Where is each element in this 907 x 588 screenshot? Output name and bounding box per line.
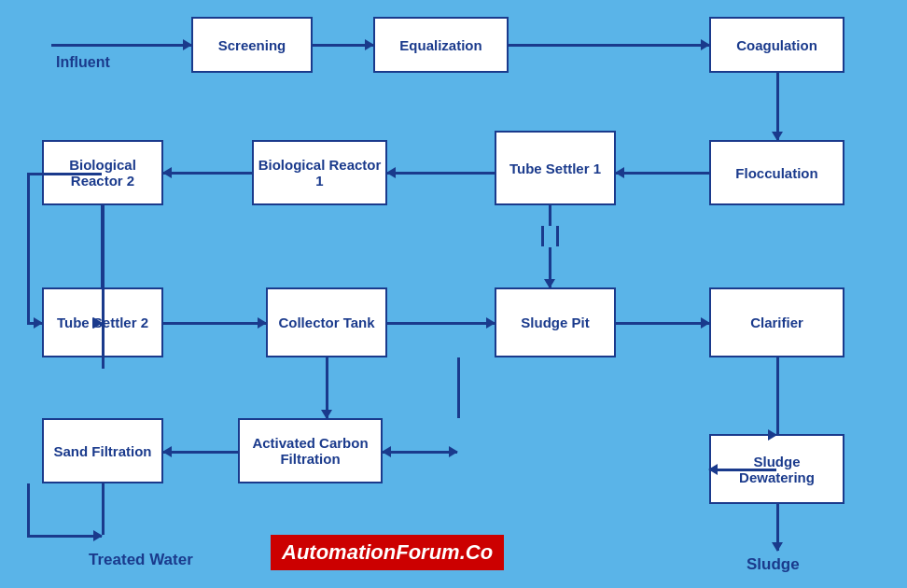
- bio-reactor-1-box: Biological Reactor 1: [252, 140, 387, 205]
- sludge-pit-box: Sludge Pit: [495, 287, 616, 357]
- tube-settler-1-box: Tube Settler 1: [495, 131, 616, 205]
- sand-filtration-box: Sand Filtration: [42, 418, 163, 483]
- sludge-label: Sludge: [747, 555, 800, 574]
- coagulation-box: Coagulation: [709, 17, 844, 73]
- activated-carbon-box: Activated Carbon Filtration: [238, 418, 383, 483]
- watermark-label: AutomationForum.Co: [271, 535, 504, 570]
- collector-tank-box: Collector Tank: [266, 287, 387, 357]
- clarifier-box: Clarifier: [709, 287, 844, 357]
- treated-water-label: Treated Water: [89, 551, 193, 569]
- influent-label: Influent: [56, 54, 110, 71]
- screening-box: Screening: [191, 17, 313, 73]
- equalization-box: Equalization: [373, 17, 509, 73]
- flocculation-box: Flocculation: [709, 140, 844, 205]
